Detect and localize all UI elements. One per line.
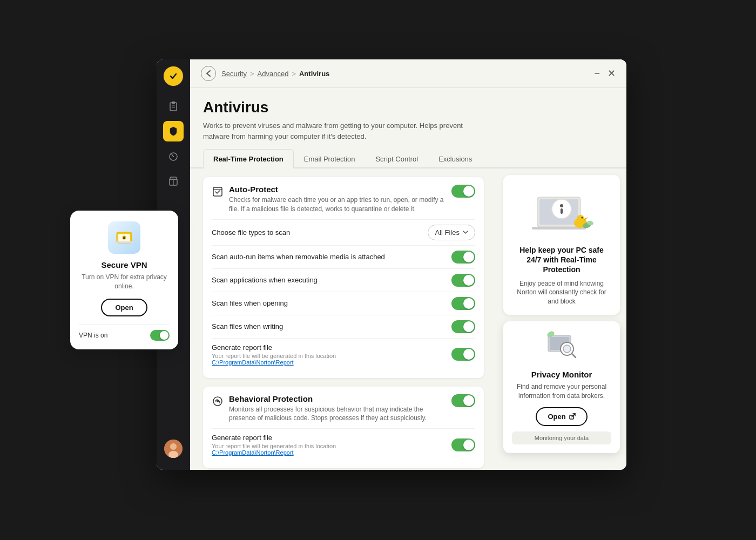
main-window: Security > Advanced > Antivirus − ✕ Anti… (157, 59, 626, 470)
real-time-protection-card: Help keep your PC safe 24/7 with Real-Ti… (503, 175, 620, 315)
settings-panel: Auto-Protect Checks for malware each tim… (190, 168, 497, 470)
privacy-status-text: Monitoring your data (535, 435, 589, 441)
bp-generate-report-label: Generate report file Your report file wi… (212, 434, 451, 456)
file-types-label: Choose file types to scan (212, 228, 428, 237)
titlebar: Security > Advanced > Antivirus − ✕ (190, 59, 626, 88)
breadcrumb: Security > Advanced > Antivirus (221, 70, 329, 78)
bp-report-path-link[interactable]: C:\ProgramData\Norton\Report (212, 449, 451, 456)
scan-opening-row: Scan files when opening (212, 292, 475, 315)
window-controls: − ✕ (594, 69, 616, 78)
svg-line-40 (572, 354, 576, 357)
behavioral-protection-toggle[interactable] (451, 394, 475, 407)
user-avatar[interactable] (164, 440, 183, 458)
auto-protect-header: Auto-Protect Checks for malware each tim… (212, 185, 475, 214)
auto-protect-title-group: Auto-Protect Checks for malware each tim… (229, 185, 451, 214)
behavioral-protection-header: Behavioral Protection Monitors all proce… (212, 394, 475, 423)
bp-generate-report-toggle[interactable] (451, 438, 475, 451)
behavioral-protection-icon (212, 395, 224, 410)
svg-rect-28 (561, 208, 563, 214)
page-title: Antivirus (203, 99, 613, 116)
auto-protect-title: Auto-Protect (229, 185, 451, 194)
page-header: Antivirus Works to prevent viruses and m… (190, 88, 626, 148)
privacy-monitor-icon (545, 330, 578, 366)
page-description: Works to prevent viruses and malware fro… (203, 120, 484, 141)
external-link-icon (569, 413, 576, 420)
back-button[interactable] (201, 66, 216, 81)
breadcrumb-advanced[interactable]: Advanced (258, 70, 289, 78)
generate-report-toggle[interactable] (451, 348, 475, 361)
tab-email-protection[interactable]: Email Protection (294, 149, 366, 168)
svg-point-27 (560, 204, 563, 207)
privacy-card-desc: Find and remove your personal informatio… (512, 382, 611, 401)
svg-point-33 (582, 217, 583, 219)
breadcrumb-security[interactable]: Security (221, 70, 247, 78)
vpn-icon (108, 221, 140, 254)
behavioral-protection-title: Behavioral Protection (229, 394, 451, 403)
vpn-open-button[interactable]: Open (101, 299, 147, 316)
scan-executing-row: Scan applications when executing (212, 268, 475, 292)
vpn-status-text: VPN is on (79, 332, 107, 339)
norton-logo (163, 66, 184, 86)
right-panel: Help keep your PC safe 24/7 with Real-Ti… (497, 168, 626, 470)
svg-rect-8 (172, 102, 175, 104)
privacy-status-bar: Monitoring your data (512, 431, 611, 444)
privacy-open-label: Open (548, 413, 565, 421)
file-types-row: Choose file types to scan All Files (212, 219, 475, 245)
svg-point-23 (217, 400, 219, 402)
privacy-card-title: Privacy Monitor (531, 370, 592, 379)
breadcrumb-sep-1: > (250, 70, 254, 78)
sidebar-item-shield[interactable] (163, 121, 184, 141)
tab-script-control[interactable]: Script Control (365, 149, 428, 168)
auto-protect-desc: Checks for malware each time you or an a… (229, 195, 445, 214)
tab-exclusions[interactable]: Exclusions (428, 149, 482, 168)
removable-media-toggle[interactable] (451, 251, 475, 264)
breadcrumb-sep-2: > (292, 70, 296, 78)
svg-point-6 (168, 71, 179, 82)
privacy-monitor-open-button[interactable]: Open (536, 407, 587, 426)
behavioral-protection-title-group: Behavioral Protection Monitors all proce… (229, 394, 451, 423)
promo-card-title: Help keep your PC safe 24/7 with Real-Ti… (512, 245, 611, 275)
content-area: Security > Advanced > Antivirus − ✕ Anti… (190, 59, 626, 470)
real-time-illustration (512, 184, 611, 243)
svg-point-13 (173, 156, 174, 157)
sidebar-item-package[interactable] (163, 171, 184, 191)
bp-generate-report-sublabel: Your report file will be generated in th… (212, 443, 451, 449)
svg-point-31 (577, 215, 584, 222)
svg-rect-7 (170, 103, 177, 111)
privacy-monitor-card: Privacy Monitor Find and remove your per… (503, 321, 620, 453)
minimize-button[interactable]: − (594, 69, 600, 78)
vpn-toggle[interactable] (150, 330, 170, 341)
scan-executing-label: Scan applications when executing (212, 276, 451, 284)
report-path-link[interactable]: C:\ProgramData\Norton\Report (212, 359, 451, 366)
generate-report-row: Generate report file Your report file wi… (212, 338, 475, 370)
vpn-description: Turn on VPN for extra privacy online. (79, 273, 170, 291)
scan-writing-toggle[interactable] (451, 320, 475, 333)
svg-point-19 (170, 443, 177, 450)
generate-report-sublabel: Your report file will be generated in th… (212, 353, 451, 359)
svg-rect-20 (213, 187, 222, 196)
content-body: Auto-Protect Checks for malware each tim… (190, 168, 626, 470)
vpn-title: Secure VPN (101, 260, 147, 269)
norton-checkmark-icon (164, 66, 183, 86)
generate-report-label: Generate report file Your report file wi… (212, 343, 451, 366)
sidebar-item-clipboard[interactable] (163, 96, 184, 117)
file-types-dropdown[interactable]: All Files (428, 225, 475, 240)
tab-bar: Real-Time Protection Email Protection Sc… (190, 148, 626, 168)
svg-point-39 (563, 345, 571, 353)
close-button[interactable]: ✕ (608, 69, 616, 78)
auto-protect-section: Auto-Protect Checks for malware each tim… (203, 177, 484, 378)
auto-protect-toggle[interactable] (451, 185, 475, 198)
tab-real-time-protection[interactable]: Real-Time Protection (203, 149, 294, 168)
breadcrumb-current: Antivirus (299, 70, 329, 78)
svg-rect-5 (115, 241, 133, 243)
bp-generate-report-row: Generate report file Your report file wi… (212, 428, 475, 461)
scan-opening-label: Scan files when opening (212, 299, 451, 307)
scan-writing-row: Scan files when writing (212, 315, 475, 338)
scan-executing-toggle[interactable] (451, 274, 475, 287)
removable-media-row: Scan auto-run items when removable media… (212, 245, 475, 268)
scan-opening-toggle[interactable] (451, 297, 475, 310)
behavioral-protection-section: Behavioral Protection Monitors all proce… (203, 387, 484, 469)
auto-protect-icon (212, 186, 224, 200)
scan-writing-label: Scan files when writing (212, 322, 451, 330)
sidebar-item-speedometer[interactable] (163, 146, 184, 166)
